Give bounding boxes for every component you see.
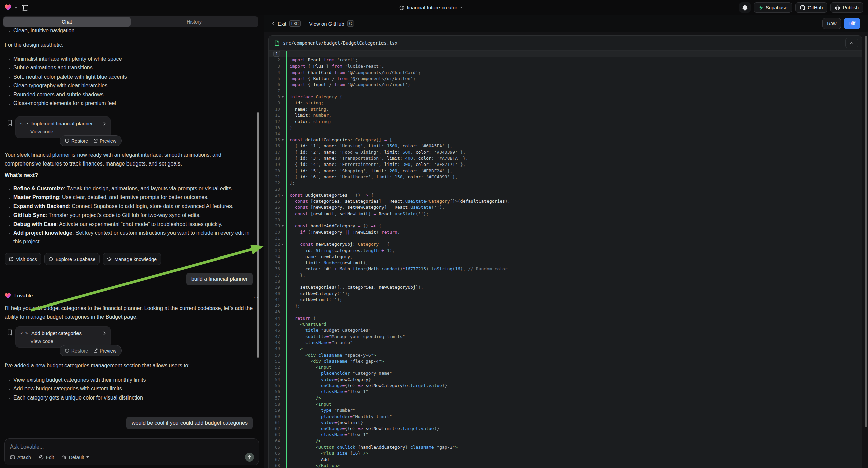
code-line[interactable]: 5import { Button } from '@/components/ui… [269,76,862,82]
code-line[interactable]: 43 [269,309,862,315]
code-line[interactable]: 40 setNewCategory(''); [269,291,862,297]
preview-button[interactable]: Preview [93,138,117,144]
code-line[interactable]: 35 limit: Number(newLimit), [269,260,862,266]
code-line[interactable]: 66 <Plus size={16} /> [269,450,862,456]
code-line[interactable]: 33 id: String(categories.length + 1), [269,248,862,254]
code-line[interactable]: 36 color: '#' + Math.floor(Math.random()… [269,266,862,272]
code-line[interactable]: 46 title="Budget Categories" [269,327,862,333]
code-line[interactable]: 44 return ( [269,315,862,321]
code-line[interactable]: 9 id: string; [269,100,862,106]
view-on-github-button[interactable]: View on GitHub G [309,21,354,27]
chat-input[interactable]: Ask Lovable... Attach Edit [4,438,259,465]
restore-button[interactable]: Restore [65,348,88,353]
tab-history[interactable]: History [130,17,258,27]
code-line[interactable]: 45 <ChartCard [269,321,862,327]
code-line[interactable]: 55 onChange={(e) => setNewCategory(e.tar… [269,383,862,389]
view-code-link[interactable]: View code [30,339,106,344]
file-header[interactable]: src/components/budget/BudgetCategories.t… [269,36,862,51]
settings-button[interactable] [739,2,750,13]
code-line[interactable]: 21 { id: '6', name: 'Healthcare', limit:… [269,174,862,180]
code-line[interactable]: 18 { id: '3', name: 'Transportation', li… [269,155,862,162]
code-line[interactable]: 49 > [269,346,862,352]
code-line[interactable]: 67 Add [269,457,862,463]
code-line[interactable]: 38 [269,278,862,284]
publish-button[interactable]: Publish [830,2,863,13]
bookmark-icon[interactable] [7,329,12,336]
code-line[interactable]: 26 const [newCategory, setNewCategory] =… [269,204,862,210]
code-line[interactable]: 20 { id: '5', name: 'Shopping', limit: 2… [269,168,862,174]
code-line[interactable]: 17 { id: '2', name: 'Food & Dining', lim… [269,149,862,155]
code-line[interactable]: 62 onChange={(e) => setNewLimit(e.target… [269,426,862,432]
project-switcher[interactable]: financial-future-creator [399,0,463,15]
code-line[interactable]: 61 value={newLimit} [269,420,862,426]
code-line[interactable]: 19 { id: '4', name: 'Entertainment', lim… [269,162,862,168]
attach-button[interactable]: Attach [10,455,31,460]
code-line[interactable]: 58 <Input [269,401,862,407]
code-line[interactable]: 39 setCategories([...categories, newCate… [269,284,862,290]
version-card-implement-financial-planner[interactable]: < > Implement financial planner View cod… [16,117,111,138]
code-line[interactable]: 14 [269,131,862,137]
code-line[interactable]: 42 }; [269,303,862,309]
code-line[interactable]: 6import { Input } from '@/components/ui/… [269,82,862,88]
code-line[interactable]: 37 }; [269,272,862,278]
chat-scrollbar[interactable] [257,113,259,357]
code-line[interactable]: 59 type="number" [269,407,862,413]
code-line[interactable]: 3import { Plus } from 'lucide-react'; [269,63,862,69]
code-line[interactable]: 22]; [269,180,862,186]
code-line[interactable]: 7 [269,88,862,94]
code-line[interactable]: 57 /> [269,395,862,401]
mode-selector[interactable]: Default [62,455,89,460]
diff-toggle-button[interactable]: Diff [843,18,860,29]
supabase-button[interactable]: Supabase [753,2,792,13]
code-line[interactable]: 23 [269,186,862,193]
code-line[interactable]: 56 className="flex-1" [269,389,862,395]
code-line[interactable]: 53 placeholder="Category name" [269,370,862,376]
send-button[interactable] [245,452,254,462]
code-line[interactable]: 4import ChartCard from '@/components/ui/… [269,69,862,76]
raw-toggle-button[interactable]: Raw [823,18,841,29]
sidebar-toggle-icon[interactable] [22,4,28,10]
code-line[interactable]: 8interface Category { [269,94,862,100]
explore-supabase-button[interactable]: Explore Supabase [44,253,100,265]
window-scrollbar[interactable] [865,36,867,427]
code-line[interactable]: 64 /> [269,438,862,444]
code-line[interactable]: 28 [269,217,862,223]
code-line[interactable]: 52 <Input [269,364,862,370]
code-line[interactable]: 29 const handleAddCategory = () => { [269,223,862,229]
tab-chat[interactable]: Chat [3,17,130,27]
code-line[interactable]: 25 const [categories, setCategories] = R… [269,198,862,204]
code-line[interactable]: 65 <Button onClick={handleAddCategory} c… [269,444,862,450]
code-line[interactable]: 47 subtitle="Manage your spending limits… [269,334,862,340]
code-line[interactable]: 12 color: string; [269,118,862,124]
preview-button[interactable]: Preview [93,348,117,353]
code-line[interactable]: 50 <div className="space-y-6"> [269,352,862,358]
workspace-chevron-down-icon[interactable] [15,7,18,8]
code-line[interactable]: 51 <div className="flex gap-4"> [269,358,862,364]
code-line[interactable]: 16 { id: '1', name: 'Housing', limit: 15… [269,143,862,149]
code-line[interactable]: 34 name: newCategory, [269,254,862,260]
code-editor[interactable]: 12import React from 'react';3import { Pl… [269,50,862,468]
code-line[interactable]: 10 name: string; [269,107,862,113]
code-line[interactable]: 54 value={newCategory} [269,377,862,383]
manage-knowledge-button[interactable]: Manage knowledge [103,253,161,265]
github-button[interactable]: GitHub [795,2,828,13]
restore-button[interactable]: Restore [65,138,88,144]
code-line[interactable]: 30 if (!newCategory || !newLimit) return… [269,229,862,235]
exit-button[interactable]: Exit ESC [272,21,301,27]
code-line[interactable]: 31 [269,235,862,241]
code-line[interactable]: 41 setNewLimit(''); [269,297,862,303]
view-code-link[interactable]: View code [30,128,106,134]
edit-button[interactable]: Edit [39,455,54,460]
code-line[interactable]: 27 const [newLimit, setNewLimit] = React… [269,211,862,217]
code-line[interactable]: 2import React from 'react'; [269,57,862,63]
version-card-add-budget-categories[interactable]: < > Add budget categories View code [16,326,111,348]
code-line[interactable]: 1 [269,51,862,57]
visit-docs-button[interactable]: Visit docs [5,253,41,265]
lovable-logo-icon[interactable] [5,4,12,11]
code-line[interactable]: 48 className="h-auto" [269,340,862,346]
bookmark-icon[interactable] [7,119,12,126]
collapse-file-button[interactable] [845,38,858,48]
code-line[interactable]: 13} [269,125,862,131]
code-line[interactable]: 24const BudgetCategories = () => { [269,193,862,198]
code-line[interactable]: 32 const newCategoryObj: Category = { [269,241,862,247]
